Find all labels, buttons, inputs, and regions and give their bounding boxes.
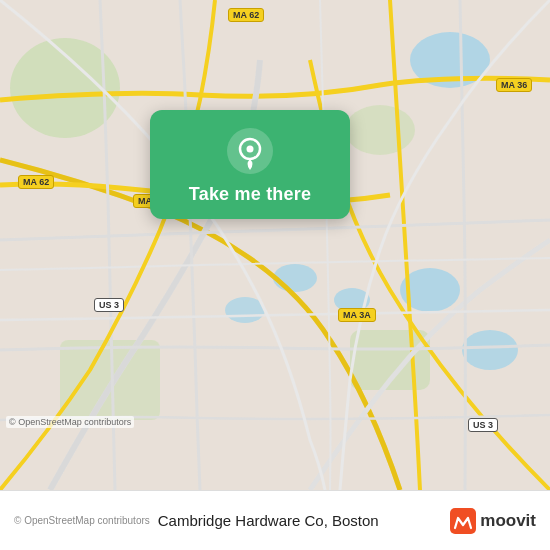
svg-point-5 (462, 330, 518, 370)
moovit-text: moovit (480, 511, 536, 531)
svg-point-10 (345, 105, 415, 155)
road-badge-us3-right: US 3 (468, 418, 498, 432)
take-me-there-popup[interactable]: Take me there (150, 110, 350, 219)
svg-rect-9 (60, 340, 160, 420)
road-badge-us3-left: US 3 (94, 298, 124, 312)
road-badge-ma3a: MA 3A (338, 308, 376, 322)
svg-point-3 (273, 264, 317, 292)
road-badge-ma62-left: MA 62 (18, 175, 54, 189)
take-me-there-label: Take me there (189, 184, 311, 205)
place-name: Cambridge Hardware Co, Boston (158, 512, 450, 529)
road-badge-ma62-top: MA 62 (228, 8, 264, 22)
map-container: MA 62 MA 62 MA 62 MA 36 US 3 US 3 MA 3A … (0, 0, 550, 490)
moovit-logo-icon (450, 508, 476, 534)
road-badge-ma36: MA 36 (496, 78, 532, 92)
bottom-bar: © OpenStreetMap contributors Cambridge H… (0, 490, 550, 550)
svg-point-14 (247, 146, 254, 153)
svg-rect-15 (450, 508, 476, 534)
moovit-logo: moovit (450, 508, 536, 534)
osm-attribution: © OpenStreetMap contributors (14, 515, 150, 526)
copyright-text: © OpenStreetMap contributors (6, 416, 134, 428)
location-pin-icon (227, 128, 273, 174)
